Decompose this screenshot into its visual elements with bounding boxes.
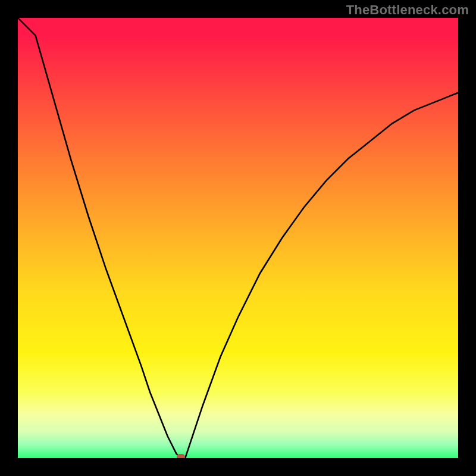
watermark-text: TheBottleneck.com bbox=[346, 2, 469, 18]
chart-frame: TheBottleneck.com bbox=[0, 0, 476, 476]
plot-area bbox=[18, 18, 458, 458]
curve-path bbox=[18, 18, 458, 458]
minimum-marker bbox=[177, 454, 185, 458]
bottleneck-curve bbox=[18, 18, 458, 458]
